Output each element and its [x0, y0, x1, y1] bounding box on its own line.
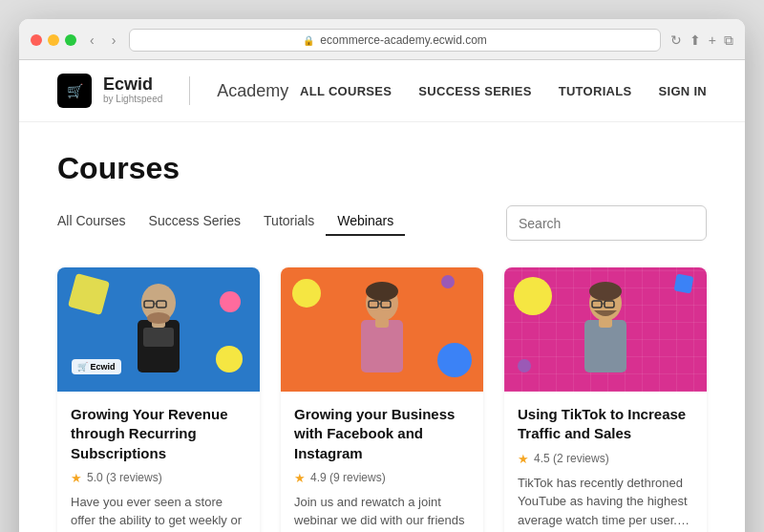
course-rating-3: ★ 4.5 (2 reviews)	[518, 452, 693, 466]
cart-icon: 🛒	[67, 83, 83, 98]
reload-icon[interactable]: ↻	[670, 32, 682, 49]
back-button[interactable]: ‹	[86, 31, 98, 50]
search-box: 🔍	[506, 205, 707, 241]
deco-circle	[220, 291, 241, 312]
nav-links: ALL COURSES SUCCESS SERIES TUTORIALS SIG…	[300, 84, 707, 98]
browser-actions: ↻ ⬆ + ⧉	[670, 32, 733, 49]
star-icon-2: ★	[294, 471, 306, 485]
logo-main-text: Ecwid	[103, 75, 162, 93]
deco-circle-2	[216, 346, 243, 372]
tab-all-courses[interactable]: All Courses	[57, 211, 138, 236]
logo-sub-text: by Lightspeed	[103, 93, 162, 106]
ecwid-badge: 🛒 Ecwid	[72, 359, 121, 374]
svg-point-19	[589, 282, 622, 301]
rating-value-2: 4.9 (9 reviews)	[310, 471, 386, 484]
traffic-lights	[31, 34, 76, 46]
person-2	[344, 282, 420, 392]
lock-icon: 🔒	[303, 35, 314, 46]
forward-button[interactable]: ›	[108, 31, 120, 50]
svg-rect-5	[143, 328, 174, 347]
course-info-2: Growing your Business with Facebook and …	[281, 392, 483, 532]
deco-circle-3	[437, 343, 472, 377]
search-button[interactable]: 🔍	[697, 206, 707, 240]
course-description-3: TikTok has recently dethroned YouTube as…	[518, 474, 693, 530]
course-title-1: Growing Your Revenue through Recurring S…	[71, 405, 246, 463]
course-thumbnail-2	[281, 267, 483, 392]
nav-tutorials[interactable]: TUTORIALS	[559, 84, 632, 98]
course-info-3: Using TikTok to Increase Traffic and Sal…	[504, 392, 707, 532]
course-card-1[interactable]: 🛒 Ecwid Growing Your Revenue through Rec…	[57, 267, 260, 532]
site-nav: 🛒 Ecwid by Lightspeed Academy ALL COURSE…	[19, 60, 745, 122]
course-thumbnail-1: 🛒 Ecwid	[57, 267, 260, 392]
share-icon[interactable]: ⬆	[690, 32, 701, 49]
svg-point-12	[366, 282, 398, 301]
person-1	[120, 282, 197, 392]
tabs-icon[interactable]: ⧉	[724, 32, 733, 49]
nav-all-courses[interactable]: ALL COURSES	[300, 84, 392, 98]
page-title: Courses	[57, 151, 707, 186]
deco-circle-6	[518, 359, 531, 372]
academy-label: Academy	[217, 81, 288, 101]
deco-circle-5	[514, 277, 552, 315]
filter-search-row: All Courses Success Series Tutorials Web…	[57, 205, 707, 241]
star-icon-1: ★	[71, 471, 82, 485]
rating-value-1: 5.0 (3 reviews)	[87, 471, 162, 484]
minimize-button[interactable]	[48, 34, 59, 46]
course-description-2: Join us and rewatch a joint webinar we d…	[294, 493, 470, 532]
star-icon-3: ★	[518, 452, 529, 466]
url-text: ecommerce-academy.ecwid.com	[320, 33, 487, 47]
course-description-1: Have you ever seen a store offer the abi…	[71, 493, 246, 532]
courses-grid: 🛒 Ecwid Growing Your Revenue through Rec…	[57, 267, 707, 532]
deco-shape-3	[674, 274, 694, 294]
browser-window: ‹ › 🔒 ecommerce-academy.ecwid.com ↻ ⬆ + …	[19, 19, 745, 532]
nav-sign-in[interactable]: SIGN IN	[659, 84, 708, 98]
address-bar[interactable]: 🔒 ecommerce-academy.ecwid.com	[129, 29, 660, 52]
course-rating-2: ★ 4.9 (9 reviews)	[294, 471, 470, 485]
rating-value-3: 4.5 (2 reviews)	[534, 452, 609, 465]
course-title-3: Using TikTok to Increase Traffic and Sal…	[518, 405, 693, 444]
course-card-2[interactable]: Growing your Business with Facebook and …	[281, 267, 483, 532]
deco-circle-4	[441, 275, 455, 288]
svg-rect-21	[599, 318, 612, 328]
logo-area: 🛒 Ecwid by Lightspeed Academy	[57, 74, 288, 108]
logo-divider	[189, 76, 190, 105]
main-content: Courses All Courses Success Series Tutor…	[19, 122, 745, 532]
nav-success-series[interactable]: SUCCESS SERIES	[418, 84, 531, 98]
tab-webinars[interactable]: Webinars	[326, 211, 405, 236]
deco-shape	[68, 273, 110, 315]
svg-rect-20	[584, 320, 626, 372]
page-content: 🛒 Ecwid by Lightspeed Academy ALL COURSE…	[19, 60, 745, 532]
course-thumbnail-3	[504, 267, 707, 392]
course-title-2: Growing your Business with Facebook and …	[294, 405, 470, 463]
course-info-1: Growing Your Revenue through Recurring S…	[57, 392, 260, 532]
course-rating-1: ★ 5.0 (3 reviews)	[71, 471, 246, 485]
ecwid-logo: 🛒	[57, 74, 92, 108]
svg-rect-13	[361, 320, 403, 372]
svg-point-7	[147, 312, 170, 324]
new-tab-icon[interactable]: +	[709, 32, 716, 49]
browser-chrome: ‹ › 🔒 ecommerce-academy.ecwid.com ↻ ⬆ + …	[19, 19, 745, 60]
maximize-button[interactable]	[65, 34, 76, 46]
person-3	[567, 282, 644, 392]
logo-text: Ecwid by Lightspeed	[103, 75, 162, 106]
tab-tutorials[interactable]: Tutorials	[252, 211, 326, 236]
deco-shape-2	[292, 279, 321, 308]
tab-success-series[interactable]: Success Series	[138, 211, 252, 236]
filter-tabs: All Courses Success Series Tutorials Web…	[57, 211, 405, 236]
close-button[interactable]	[31, 34, 42, 46]
search-input[interactable]	[507, 208, 697, 239]
course-card-3[interactable]: Using TikTok to Increase Traffic and Sal…	[504, 267, 707, 532]
svg-rect-14	[375, 318, 389, 328]
